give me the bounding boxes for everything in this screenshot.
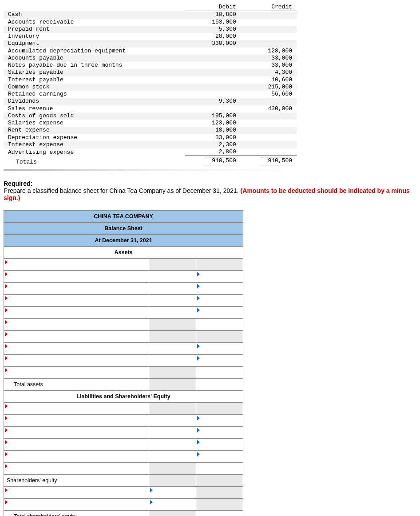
amount-input[interactable]	[196, 282, 243, 294]
trial-balance-row: Dividends9,300	[4, 98, 297, 105]
amount-input[interactable]	[196, 450, 243, 462]
trial-balance-row: Notes payable—due in three months33,000	[4, 62, 297, 69]
amount-input[interactable]	[149, 306, 196, 318]
asset-line-input[interactable]	[4, 306, 149, 318]
account-name: Interest payable	[4, 76, 185, 84]
amount-input[interactable]	[196, 366, 243, 378]
sh-equity-label: Shareholders' equity	[4, 474, 149, 486]
liab-subtotal-input[interactable]	[4, 462, 149, 474]
asset-subtotal-input[interactable]	[4, 318, 149, 330]
account-name: Dividends	[4, 98, 185, 105]
credit-amount: 128,000	[241, 48, 297, 55]
account-name: Salaries payable	[4, 69, 185, 76]
account-name: Accounts payable	[4, 55, 185, 62]
account-name: Cash	[4, 11, 185, 19]
debit-amount: 10,800	[185, 11, 241, 19]
required-label: Required:	[4, 180, 32, 187]
amount-input[interactable]	[196, 306, 243, 318]
asset-cat-input[interactable]	[4, 330, 149, 342]
asset-subtotal-input[interactable]	[4, 366, 149, 378]
asset-line-input[interactable]	[4, 342, 149, 354]
empty-cell	[196, 258, 243, 270]
credit-amount	[241, 19, 297, 26]
bs-title: Balance Sheet	[4, 222, 243, 234]
amount-input[interactable]	[149, 270, 196, 282]
amount-input[interactable]	[196, 414, 243, 426]
account-name: Rent expense	[4, 127, 185, 134]
asset-cat-input[interactable]	[4, 258, 149, 270]
liab-line-input[interactable]	[4, 450, 149, 462]
balance-sheet-table: CHINA TEA COMPANY Balance Sheet At Decem…	[4, 210, 243, 516]
amount-input[interactable]	[149, 486, 196, 498]
credit-amount: 215,000	[241, 84, 297, 91]
amount-input[interactable]	[149, 450, 196, 462]
credit-amount	[241, 98, 297, 105]
debit-amount	[185, 48, 241, 55]
amount-input[interactable]	[196, 426, 243, 438]
total-assets-label: Total assets	[4, 378, 149, 390]
empty-cell	[149, 330, 196, 342]
credit-amount	[241, 33, 297, 40]
liab-cat-input[interactable]	[4, 402, 149, 414]
trial-balance-row: Depreciation expense33,000	[4, 134, 297, 141]
empty-cell	[149, 402, 196, 414]
amount-input[interactable]	[196, 438, 243, 450]
asset-line-input[interactable]	[4, 282, 149, 294]
empty-cell	[196, 486, 243, 498]
equity-line-input[interactable]	[4, 498, 149, 510]
trial-balance-row: Common stock215,000	[4, 84, 297, 91]
liab-line-input[interactable]	[4, 438, 149, 450]
required-text: Prepare a classified balance sheet for C…	[4, 187, 241, 194]
asset-line-input[interactable]	[4, 354, 149, 366]
debit-amount	[185, 62, 241, 69]
empty-cell	[149, 318, 196, 330]
liab-line-input[interactable]	[4, 414, 149, 426]
amount-input[interactable]	[196, 354, 243, 366]
debit-amount: 330,000	[185, 40, 241, 47]
account-name: Accounts receivable	[4, 19, 185, 26]
amount-input[interactable]	[196, 318, 243, 330]
credit-amount	[241, 127, 297, 134]
debit-amount: 123,000	[185, 120, 241, 127]
empty-cell	[196, 474, 243, 486]
credit-amount: 4,300	[241, 69, 297, 76]
equity-line-input[interactable]	[4, 486, 149, 498]
credit-amount	[241, 134, 297, 141]
liab-line-input[interactable]	[4, 426, 149, 438]
amount-input[interactable]	[196, 510, 243, 516]
amount-input[interactable]	[149, 342, 196, 354]
asset-line-input[interactable]	[4, 294, 149, 306]
credit-amount: 10,600	[241, 76, 297, 84]
bs-date: At December 31, 2021	[4, 234, 243, 246]
empty-cell	[149, 258, 196, 270]
trial-balance-row: Sales revenue430,000	[4, 105, 297, 112]
debit-amount: 33,000	[185, 134, 241, 141]
trial-balance-row: Accumulated depreciation—equipment128,00…	[4, 48, 297, 55]
amount-input[interactable]	[149, 282, 196, 294]
totals-label: Totals	[4, 156, 185, 166]
amount-input[interactable]	[149, 498, 196, 510]
trial-balance-row: Inventory28,000	[4, 33, 297, 40]
credit-amount	[241, 11, 297, 19]
debit-amount: 2,800	[185, 148, 241, 156]
amount-input[interactable]	[196, 342, 243, 354]
trial-balance-row: Advertising expense2,800	[4, 148, 297, 156]
debit-amount: 2,300	[185, 141, 241, 148]
trial-balance-row: Interest payable10,600	[4, 76, 297, 84]
trial-balance-row: Prepaid rent5,300	[4, 26, 297, 33]
amount-input[interactable]	[149, 438, 196, 450]
amount-input[interactable]	[149, 426, 196, 438]
amount-input[interactable]	[196, 294, 243, 306]
amount-input[interactable]	[149, 414, 196, 426]
asset-line-input[interactable]	[4, 270, 149, 282]
credit-amount	[241, 141, 297, 148]
debit-amount: 28,000	[185, 33, 241, 40]
amount-input[interactable]	[196, 462, 243, 474]
trial-balance-row: Accounts payable33,000	[4, 55, 297, 62]
amount-input[interactable]	[149, 294, 196, 306]
amount-input[interactable]	[196, 270, 243, 282]
amount-input[interactable]	[149, 354, 196, 366]
credit-amount	[241, 40, 297, 47]
amount-input[interactable]	[196, 378, 243, 390]
bs-assets-hdr: Assets	[4, 246, 243, 258]
